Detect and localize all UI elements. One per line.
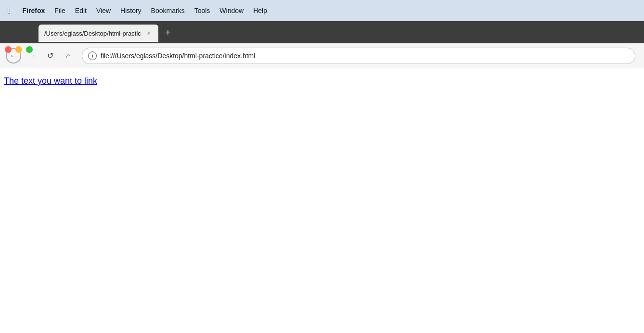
url-text: file:///Users/eglass/Desktop/html-practi… bbox=[101, 52, 255, 60]
page-link[interactable]: The text you want to link bbox=[4, 76, 97, 86]
home-button[interactable]: ⌂ bbox=[61, 48, 76, 64]
menu-bar:  Firefox File Edit View History Bookmar… bbox=[0, 0, 644, 21]
security-info-icon[interactable]: i bbox=[88, 51, 97, 60]
new-tab-button[interactable]: + bbox=[161, 26, 175, 39]
menu-item-edit[interactable]: Edit bbox=[75, 7, 87, 14]
reload-button[interactable]: ↺ bbox=[42, 48, 58, 64]
menu-item-window[interactable]: Window bbox=[219, 7, 244, 14]
home-icon: ⌂ bbox=[66, 51, 71, 60]
close-window-button[interactable] bbox=[5, 46, 12, 53]
apple-logo-icon[interactable]:  bbox=[8, 6, 11, 16]
maximize-window-button[interactable] bbox=[26, 46, 33, 53]
active-tab[interactable]: /Users/eglass/Desktop/html-practic × bbox=[39, 25, 158, 42]
tab-bar: /Users/eglass/Desktop/html-practic × + bbox=[0, 21, 644, 43]
traffic-lights bbox=[5, 46, 33, 53]
navigation-bar: ← → ↺ ⌂ i file:///Users/eglass/Desktop/h… bbox=[0, 43, 644, 68]
menu-item-help[interactable]: Help bbox=[253, 7, 267, 14]
minimize-window-button[interactable] bbox=[15, 46, 22, 53]
menu-item-tools[interactable]: Tools bbox=[194, 7, 210, 14]
menu-item-file[interactable]: File bbox=[54, 7, 65, 14]
menu-item-view[interactable]: View bbox=[96, 7, 111, 14]
tab-title: /Users/eglass/Desktop/html-practic bbox=[44, 30, 141, 37]
menu-item-firefox[interactable]: Firefox bbox=[23, 7, 45, 14]
tab-close-button[interactable]: × bbox=[145, 29, 153, 37]
menu-item-history[interactable]: History bbox=[120, 7, 142, 14]
menu-item-bookmarks[interactable]: Bookmarks bbox=[151, 7, 185, 14]
page-content: The text you want to link bbox=[0, 68, 644, 94]
reload-icon: ↺ bbox=[47, 51, 53, 60]
address-bar[interactable]: i file:///Users/eglass/Desktop/html-prac… bbox=[82, 48, 635, 64]
